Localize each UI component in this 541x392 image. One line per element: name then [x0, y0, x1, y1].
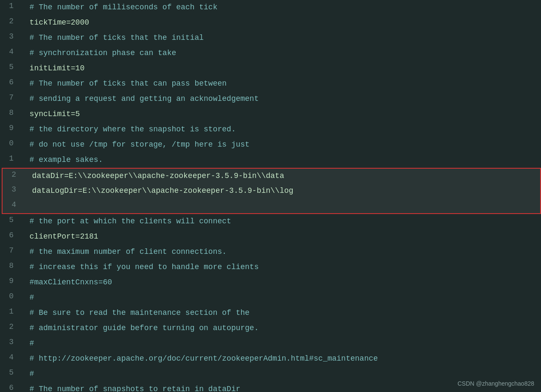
code-row: 5 # the port at which the clients will c… [0, 214, 541, 229]
line-number: 9 [0, 122, 17, 137]
code-row: 4 # http://zookeeper.apache.org/doc/curr… [0, 351, 541, 367]
line-content: # Be sure to read the maintenance sectio… [17, 306, 541, 321]
line-number: 5 [0, 367, 17, 382]
line-number: 6 [0, 229, 17, 245]
line-number: 0 [0, 290, 17, 306]
line-number: 2 [0, 321, 17, 336]
code-row: 3 # The number of ticks that the initial [0, 31, 541, 46]
line-content: # example sakes. [17, 153, 541, 168]
line-number: 4 [0, 351, 17, 367]
code-row: 2 dataDir=E:\\zookeeper\\apache-zookeepe… [2, 168, 541, 183]
line-number: 0 [0, 137, 17, 153]
line-content: # [17, 290, 541, 306]
code-editor: 1 # The number of milliseconds of each t… [0, 0, 541, 392]
code-row: 8 syncLimit=5 [0, 107, 541, 122]
code-row: 8 # increase this if you need to handle … [0, 260, 541, 275]
code-row: 9 #maxClientCnxns=60 [0, 275, 541, 290]
code-row: 1 # example sakes. [0, 153, 541, 168]
code-row: 6 clientPort=2181 [0, 229, 541, 245]
line-number: 6 [0, 76, 17, 92]
line-content: #maxClientCnxns=60 [17, 275, 541, 290]
line-content: syncLimit=5 [17, 107, 541, 122]
code-row: 0 # [0, 290, 541, 306]
line-number: 2 [3, 169, 20, 183]
code-row: 4 # synchronization phase can take [0, 46, 541, 61]
line-content: clientPort=2181 [17, 229, 541, 245]
code-row: 2 tickTime=2000 [0, 15, 541, 31]
line-content: # the directory where the snapshot is st… [17, 122, 541, 137]
line-content: # The number of ticks that the initial [17, 31, 541, 46]
line-content: # do not use /tmp for storage, /tmp here… [17, 137, 541, 153]
code-row: 7 # sending a request and getting an ack… [0, 92, 541, 107]
line-number: 7 [0, 92, 17, 107]
line-content [20, 199, 540, 213]
line-number: 1 [0, 0, 17, 15]
line-number: 3 [0, 31, 17, 46]
code-lines: 1 # The number of milliseconds of each t… [0, 0, 541, 392]
line-number: 6 [0, 382, 17, 392]
line-content: # sending a request and getting an ackno… [17, 92, 541, 107]
line-content: initLimit=10 [17, 61, 541, 76]
line-content: # The number of milliseconds of each tic… [17, 0, 541, 15]
line-number: 1 [0, 306, 17, 321]
code-row: 3 dataLogDir=E:\\zookeeper\\apache-zooke… [2, 183, 541, 199]
line-number: 3 [0, 336, 17, 351]
code-row: 7 # the maximum number of client connect… [0, 245, 541, 260]
code-row: 0 # do not use /tmp for storage, /tmp he… [0, 137, 541, 153]
code-row: 5 # [0, 367, 541, 382]
line-number: 2 [0, 15, 17, 31]
line-number: 5 [0, 214, 17, 229]
line-content: # the maximum number of client connectio… [17, 245, 541, 260]
line-number: 7 [0, 245, 17, 260]
line-number: 3 [3, 183, 20, 199]
line-content: tickTime=2000 [17, 15, 541, 31]
line-number: 4 [0, 46, 17, 61]
line-content: # the port at which the clients will con… [17, 214, 541, 229]
line-number: 8 [0, 107, 17, 122]
line-content: # http://zookeeper.apache.org/doc/curren… [17, 351, 541, 367]
line-number: 5 [0, 61, 17, 76]
code-row: 5 initLimit=10 [0, 61, 541, 76]
line-number: 8 [0, 260, 17, 275]
line-number: 9 [0, 275, 17, 290]
line-number: 4 [3, 199, 20, 213]
code-row: 3 # [0, 336, 541, 351]
line-content: dataLogDir=E:\\zookeeper\\apache-zookeep… [20, 183, 540, 199]
line-content: # [17, 336, 541, 351]
line-content: # increase this if you need to handle mo… [17, 260, 541, 275]
code-row: 9 # the directory where the snapshot is … [0, 122, 541, 137]
line-content: # The number of ticks that can pass betw… [17, 76, 541, 92]
line-content: # administrator guide before turning on … [17, 321, 541, 336]
code-row: 2 # administrator guide before turning o… [0, 321, 541, 336]
code-row: 6 # The number of ticks that can pass be… [0, 76, 541, 92]
line-content: # [17, 367, 541, 382]
line-number: 1 [0, 153, 17, 168]
line-content: dataDir=E:\\zookeeper\\apache-zookeeper-… [20, 169, 540, 183]
line-content: # synchronization phase can take [17, 46, 541, 61]
code-row: 1 # Be sure to read the maintenance sect… [0, 306, 541, 321]
code-row: 4 [2, 199, 541, 214]
watermark: CSDN @zhanghengchao828 [457, 380, 534, 387]
code-row: 1 # The number of milliseconds of each t… [0, 0, 541, 15]
